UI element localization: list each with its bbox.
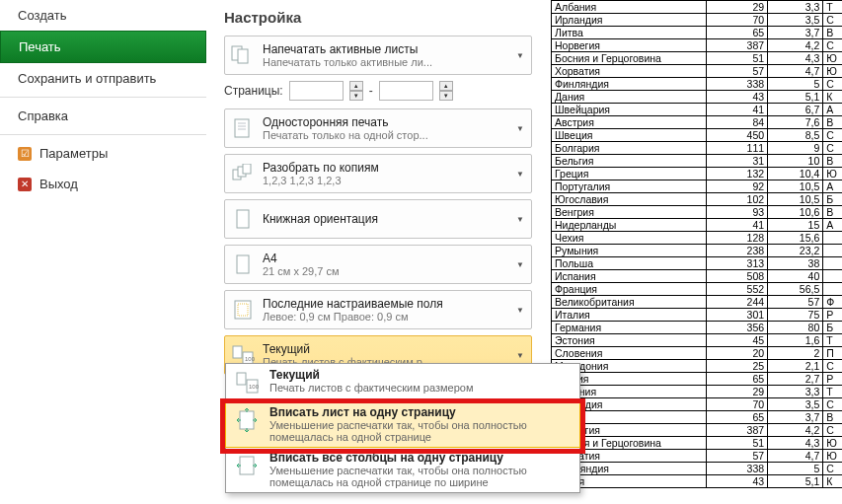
print-preview: Албания293,3ТИрландия703,5СЛитва653,7ВНо…	[551, 0, 842, 504]
portrait-icon	[230, 206, 256, 232]
table-cell: 3,3	[768, 386, 823, 398]
table-cell: 5,1	[768, 475, 823, 488]
table-cell: 51	[707, 437, 768, 450]
table-cell: 10,5	[768, 180, 823, 193]
svg-rect-9	[237, 210, 249, 228]
option-sub: 1,2,3 1,2,3 1,2,3	[263, 175, 514, 186]
table-row: Финляндия3385С	[552, 78, 843, 91]
sidebar-item-help[interactable]: Справка	[0, 101, 206, 131]
table-cell	[823, 270, 842, 283]
table-row: Нидерланды4115А	[552, 219, 843, 232]
table-cell: Р	[823, 309, 842, 322]
table-cell: 508	[707, 270, 768, 283]
table-cell: 65	[707, 27, 768, 39]
dropdown-item-fit-columns[interactable]: Вписать все столбцы на одну страницу Уме…	[226, 447, 579, 492]
sidebar-item-exit[interactable]: ✕ Выход	[0, 169, 206, 199]
table-cell: 43	[707, 91, 768, 104]
table-row: Эстония451,6Т	[552, 334, 843, 347]
table-cell: Польша	[552, 257, 707, 270]
svg-rect-20	[240, 457, 254, 474]
chevron-down-icon: ▼	[514, 215, 526, 224]
table-cell: 2	[768, 347, 823, 360]
option-title: Последние настраиваемые поля	[263, 297, 514, 311]
svg-rect-13	[233, 346, 242, 358]
chevron-down-icon: ▼	[514, 51, 526, 60]
option-print-active[interactable]: Напечатать активные листы Напечатать тол…	[224, 36, 532, 75]
table-cell: К	[823, 475, 842, 488]
divider	[0, 134, 206, 135]
table-row: Финляндия3385С	[552, 463, 843, 475]
table-cell	[823, 257, 842, 270]
table-cell: Франция	[552, 283, 707, 296]
table-cell: 301	[707, 309, 768, 322]
table-cell: Финляндия	[552, 78, 707, 91]
table-cell: С	[823, 129, 842, 142]
svg-text:100: 100	[249, 384, 260, 390]
option-sub: Напечатать только активные ли...	[263, 56, 514, 68]
table-cell: 4,2	[768, 39, 823, 52]
table-cell: 41	[707, 219, 768, 232]
table-cell: В	[823, 116, 842, 129]
pages-to-input[interactable]	[379, 81, 433, 101]
table-cell: Босния и Герцоговина	[552, 52, 707, 65]
dropdown-item-fit-sheet[interactable]: Вписать лист на одну страницу Уменьшение…	[225, 400, 580, 448]
table-cell: С	[823, 424, 842, 437]
table-cell: Чехия	[552, 232, 707, 245]
option-onesided[interactable]: Односторонняя печать Печатать только на …	[224, 108, 532, 148]
table-cell: 29	[707, 386, 768, 398]
table-cell: Б	[823, 193, 842, 206]
option-sub: Печатать только на одной стор...	[263, 129, 514, 141]
table-row: Босния и Герцоговина514,3Ю	[552, 437, 843, 450]
table-cell: 111	[707, 142, 768, 155]
table-row: Бельгия3110В	[552, 155, 843, 168]
dd-title: Текущий	[269, 368, 574, 382]
svg-rect-1	[238, 49, 248, 63]
table-cell: 3,7	[768, 27, 823, 39]
table-row: Югославия10210,5Б	[552, 193, 843, 206]
chevron-down-icon: ▼	[514, 124, 526, 133]
sidebar-item-options[interactable]: ☑ Параметры	[0, 138, 206, 169]
collate-icon	[230, 161, 256, 186]
table-cell: Ю	[823, 437, 842, 450]
table-cell: Р	[823, 373, 842, 386]
table-cell: 7,6	[768, 116, 823, 129]
sidebar-item-print[interactable]: Печать	[0, 31, 206, 63]
table-cell	[823, 232, 842, 245]
table-cell: 5	[768, 78, 823, 91]
option-orientation[interactable]: Книжная ориентация ▼	[224, 199, 532, 239]
table-cell: 31	[707, 155, 768, 168]
table-cell: 80	[768, 322, 823, 334]
table-cell: В	[823, 155, 842, 168]
option-title: Текущий	[263, 342, 514, 356]
table-cell: Норвегия	[552, 39, 707, 52]
table-cell: 552	[707, 283, 768, 296]
dropdown-item-current[interactable]: 100 Текущий Печать листов с фактическим …	[226, 364, 579, 401]
table-cell: С	[823, 398, 842, 411]
table-cell: 3,5	[768, 398, 823, 411]
table-cell: Т	[823, 1, 842, 14]
sidebar-item-save-send[interactable]: Сохранить и отправить	[0, 63, 206, 94]
table-row: Румыния23823,2	[552, 245, 843, 257]
table-row: Франция55256,5	[552, 283, 843, 296]
table-cell: 313	[707, 257, 768, 270]
table-cell: 10,4	[768, 168, 823, 180]
table-cell: 75	[768, 309, 823, 322]
table-cell: 244	[707, 296, 768, 309]
table-cell: Венгрия	[552, 206, 707, 219]
divider	[0, 97, 206, 98]
table-row: Босния и Герцоговина514,3Ю	[552, 52, 843, 65]
table-cell: В	[823, 206, 842, 219]
sidebar-item-new[interactable]: Создать	[0, 0, 206, 31]
table-cell: 23,2	[768, 245, 823, 257]
table-cell	[823, 245, 842, 257]
pages-from-input[interactable]	[289, 81, 344, 101]
option-paper[interactable]: A4 21 см x 29,7 см ▼	[224, 245, 532, 284]
table-cell: 102	[707, 193, 768, 206]
spinner[interactable]: ▲▼	[439, 81, 453, 101]
option-margins[interactable]: Последние настраиваемые поля Левое: 0,9 …	[224, 290, 532, 329]
table-cell: 4,2	[768, 424, 823, 437]
option-collate[interactable]: Разобрать по копиям 1,2,3 1,2,3 1,2,3 ▼	[224, 154, 532, 193]
table-cell: 57	[707, 65, 768, 78]
table-row: Дания435,1К	[552, 91, 843, 104]
spinner[interactable]: ▲▼	[349, 81, 363, 101]
